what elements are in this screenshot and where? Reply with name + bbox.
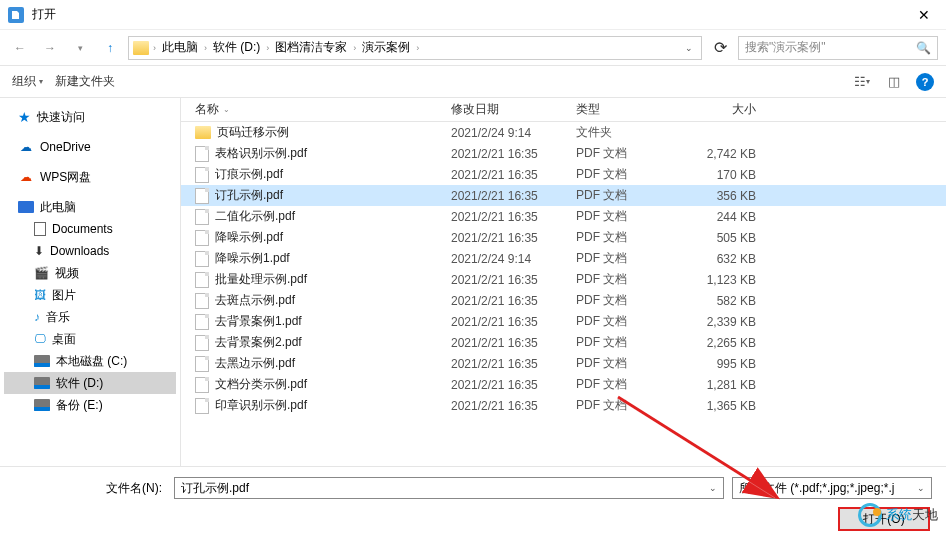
file-type: PDF 文档 — [568, 208, 676, 225]
breadcrumb-item[interactable]: 此电脑 — [158, 39, 202, 56]
file-name: 文档分类示例.pdf — [215, 376, 307, 393]
sidebar-desktop[interactable]: 🖵桌面 — [4, 328, 176, 350]
file-date: 2021/2/21 16:35 — [443, 315, 568, 329]
file-row[interactable]: 降噪示例1.pdf2021/2/24 9:14PDF 文档632 KB — [181, 248, 946, 269]
file-date: 2021/2/21 16:35 — [443, 336, 568, 350]
view-options-button[interactable]: ☷ ▾ — [852, 74, 872, 90]
column-type[interactable]: 类型 — [568, 101, 676, 118]
filename-input[interactable]: 订孔示例.pdf ⌄ — [174, 477, 724, 499]
sidebar-quick-access[interactable]: ★快速访问 — [4, 106, 176, 128]
breadcrumb-item[interactable]: 图档清洁专家 — [271, 39, 351, 56]
file-row[interactable]: 去黑边示例.pdf2021/2/21 16:35PDF 文档995 KB — [181, 353, 946, 374]
column-date[interactable]: 修改日期 — [443, 101, 568, 118]
sidebar-disk-c[interactable]: 本地磁盘 (C:) — [4, 350, 176, 372]
organize-menu[interactable]: 组织▾ — [12, 73, 43, 90]
file-size: 1,123 KB — [676, 273, 776, 287]
file-date: 2021/2/21 16:35 — [443, 294, 568, 308]
file-type: PDF 文档 — [568, 145, 676, 162]
file-row[interactable]: 去背景案例1.pdf2021/2/21 16:35PDF 文档2,339 KB — [181, 311, 946, 332]
file-row[interactable]: 去斑点示例.pdf2021/2/21 16:35PDF 文档582 KB — [181, 290, 946, 311]
file-name: 降噪示例1.pdf — [215, 250, 290, 267]
filetype-select[interactable]: 所有文件 (*.pdf;*.jpg;*.jpeg;*.j ⌄ — [732, 477, 932, 499]
pdf-icon — [195, 251, 209, 267]
nav-up-button[interactable]: ↑ — [98, 36, 122, 60]
file-type: PDF 文档 — [568, 292, 676, 309]
sidebar-wps[interactable]: ☁WPS网盘 — [4, 166, 176, 188]
sidebar-disk-d[interactable]: 软件 (D:) — [4, 372, 176, 394]
sidebar-videos[interactable]: 🎬视频 — [4, 262, 176, 284]
file-size: 582 KB — [676, 294, 776, 308]
file-size: 1,365 KB — [676, 399, 776, 413]
file-size: 505 KB — [676, 231, 776, 245]
file-type: PDF 文档 — [568, 397, 676, 414]
breadcrumb-item[interactable]: 软件 (D:) — [209, 39, 264, 56]
chevron-right-icon: › — [204, 43, 207, 53]
column-name[interactable]: 名称⌄ — [181, 101, 443, 118]
help-button[interactable]: ? — [916, 73, 934, 91]
file-row[interactable]: 降噪示例.pdf2021/2/21 16:35PDF 文档505 KB — [181, 227, 946, 248]
file-row[interactable]: 订孔示例.pdf2021/2/21 16:35PDF 文档356 KB — [181, 185, 946, 206]
file-name: 订孔示例.pdf — [215, 187, 283, 204]
file-row[interactable]: 去背景案例2.pdf2021/2/21 16:35PDF 文档2,265 KB — [181, 332, 946, 353]
sidebar-disk-e[interactable]: 备份 (E:) — [4, 394, 176, 416]
address-bar[interactable]: › 此电脑 › 软件 (D:) › 图档清洁专家 › 演示案例 › ⌄ — [128, 36, 702, 60]
file-size: 1,281 KB — [676, 378, 776, 392]
sidebar-documents[interactable]: Documents — [4, 218, 176, 240]
file-row[interactable]: 文档分类示例.pdf2021/2/21 16:35PDF 文档1,281 KB — [181, 374, 946, 395]
file-type: PDF 文档 — [568, 166, 676, 183]
refresh-button[interactable]: ⟳ — [708, 36, 732, 60]
pdf-icon — [195, 230, 209, 246]
file-row[interactable]: 页码迁移示例2021/2/24 9:14文件夹 — [181, 122, 946, 143]
window-title: 打开 — [32, 6, 910, 23]
sidebar-onedrive[interactable]: ☁OneDrive — [4, 136, 176, 158]
file-row[interactable]: 订痕示例.pdf2021/2/21 16:35PDF 文档170 KB — [181, 164, 946, 185]
file-size: 2,742 KB — [676, 147, 776, 161]
file-name: 批量处理示例.pdf — [215, 271, 307, 288]
preview-pane-button[interactable]: ◫ — [884, 74, 904, 90]
pdf-icon — [195, 377, 209, 393]
column-size[interactable]: 大小 — [676, 101, 776, 118]
file-type: PDF 文档 — [568, 229, 676, 246]
file-row[interactable]: 批量处理示例.pdf2021/2/21 16:35PDF 文档1,123 KB — [181, 269, 946, 290]
file-size: 244 KB — [676, 210, 776, 224]
sort-icon: ⌄ — [223, 105, 230, 114]
file-row[interactable]: 二值化示例.pdf2021/2/21 16:35PDF 文档244 KB — [181, 206, 946, 227]
close-button[interactable]: ✕ — [910, 5, 938, 25]
file-name: 去黑边示例.pdf — [215, 355, 295, 372]
chevron-down-icon[interactable]: ⌄ — [681, 43, 697, 53]
chevron-down-icon[interactable]: ⌄ — [709, 483, 717, 493]
pdf-icon — [195, 356, 209, 372]
search-input[interactable]: 搜索"演示案例" 🔍 — [738, 36, 938, 60]
pdf-icon — [195, 398, 209, 414]
pc-icon — [18, 201, 34, 213]
file-type: 文件夹 — [568, 124, 676, 141]
pdf-icon — [195, 314, 209, 330]
file-row[interactable]: 表格识别示例.pdf2021/2/21 16:35PDF 文档2,742 KB — [181, 143, 946, 164]
sidebar-pictures[interactable]: 🖼图片 — [4, 284, 176, 306]
new-folder-button[interactable]: 新建文件夹 — [55, 73, 115, 90]
disk-icon — [34, 355, 50, 367]
breadcrumb-item[interactable]: 演示案例 — [358, 39, 414, 56]
pdf-icon — [195, 167, 209, 183]
nav-recent-dropdown[interactable]: ▾ — [68, 36, 92, 60]
file-list: 页码迁移示例2021/2/24 9:14文件夹表格识别示例.pdf2021/2/… — [181, 122, 946, 466]
pdf-icon — [195, 209, 209, 225]
music-icon: ♪ — [34, 310, 40, 324]
document-icon — [34, 222, 46, 236]
sidebar-this-pc[interactable]: 此电脑 — [4, 196, 176, 218]
nav-back-button[interactable]: ← — [8, 36, 32, 60]
nav-forward-button[interactable]: → — [38, 36, 62, 60]
file-row[interactable]: 印章识别示例.pdf2021/2/21 16:35PDF 文档1,365 KB — [181, 395, 946, 416]
image-icon: 🖼 — [34, 288, 46, 302]
star-icon: ★ — [18, 109, 31, 125]
sidebar-downloads[interactable]: ⬇Downloads — [4, 240, 176, 262]
file-name: 订痕示例.pdf — [215, 166, 283, 183]
disk-icon — [34, 399, 50, 411]
pdf-icon — [195, 335, 209, 351]
file-name: 去背景案例1.pdf — [215, 313, 302, 330]
chevron-right-icon: › — [353, 43, 356, 53]
desktop-icon: 🖵 — [34, 332, 46, 346]
navigation-sidebar: ★快速访问 ☁OneDrive ☁WPS网盘 此电脑 Documents ⬇Do… — [0, 98, 180, 466]
file-name: 表格识别示例.pdf — [215, 145, 307, 162]
sidebar-music[interactable]: ♪音乐 — [4, 306, 176, 328]
